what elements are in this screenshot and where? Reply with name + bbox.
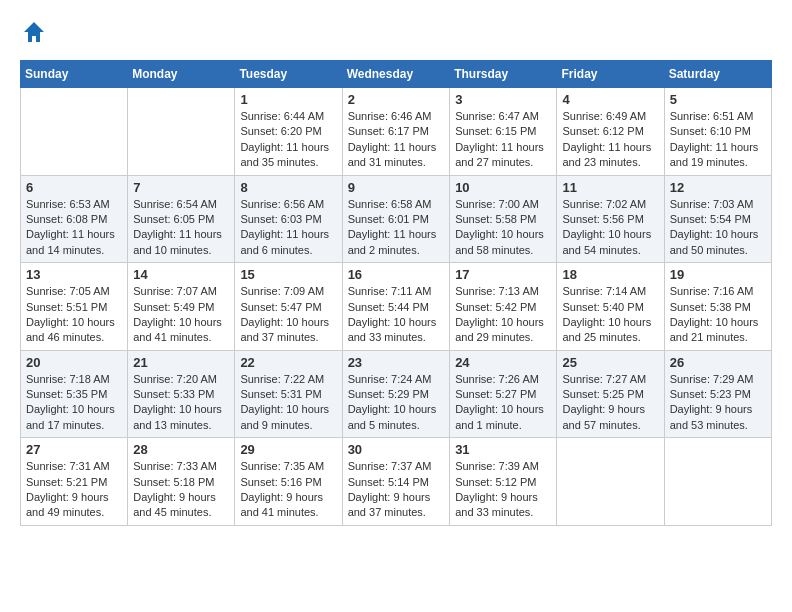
- day-number: 26: [670, 355, 766, 370]
- calendar-cell: 14Sunrise: 7:07 AM Sunset: 5:49 PM Dayli…: [128, 263, 235, 351]
- logo: [20, 20, 46, 44]
- day-info: Sunrise: 7:00 AM Sunset: 5:58 PM Dayligh…: [455, 197, 551, 259]
- calendar-cell: 30Sunrise: 7:37 AM Sunset: 5:14 PM Dayli…: [342, 438, 450, 526]
- day-number: 20: [26, 355, 122, 370]
- day-number: 16: [348, 267, 445, 282]
- calendar-cell: 15Sunrise: 7:09 AM Sunset: 5:47 PM Dayli…: [235, 263, 342, 351]
- day-info: Sunrise: 6:56 AM Sunset: 6:03 PM Dayligh…: [240, 197, 336, 259]
- day-info: Sunrise: 6:54 AM Sunset: 6:05 PM Dayligh…: [133, 197, 229, 259]
- day-info: Sunrise: 7:39 AM Sunset: 5:12 PM Dayligh…: [455, 459, 551, 521]
- day-info: Sunrise: 6:51 AM Sunset: 6:10 PM Dayligh…: [670, 109, 766, 171]
- day-number: 30: [348, 442, 445, 457]
- day-of-week-header: Sunday: [21, 61, 128, 88]
- day-info: Sunrise: 6:49 AM Sunset: 6:12 PM Dayligh…: [562, 109, 658, 171]
- calendar-week-row: 6Sunrise: 6:53 AM Sunset: 6:08 PM Daylig…: [21, 175, 772, 263]
- calendar-cell: [557, 438, 664, 526]
- calendar-cell: 27Sunrise: 7:31 AM Sunset: 5:21 PM Dayli…: [21, 438, 128, 526]
- day-info: Sunrise: 7:24 AM Sunset: 5:29 PM Dayligh…: [348, 372, 445, 434]
- calendar-cell: 2Sunrise: 6:46 AM Sunset: 6:17 PM Daylig…: [342, 88, 450, 176]
- calendar-cell: 26Sunrise: 7:29 AM Sunset: 5:23 PM Dayli…: [664, 350, 771, 438]
- day-info: Sunrise: 7:13 AM Sunset: 5:42 PM Dayligh…: [455, 284, 551, 346]
- day-number: 28: [133, 442, 229, 457]
- day-of-week-header: Monday: [128, 61, 235, 88]
- day-of-week-header: Tuesday: [235, 61, 342, 88]
- calendar-cell: 1Sunrise: 6:44 AM Sunset: 6:20 PM Daylig…: [235, 88, 342, 176]
- calendar-cell: 13Sunrise: 7:05 AM Sunset: 5:51 PM Dayli…: [21, 263, 128, 351]
- day-number: 7: [133, 180, 229, 195]
- day-info: Sunrise: 6:46 AM Sunset: 6:17 PM Dayligh…: [348, 109, 445, 171]
- calendar-cell: 17Sunrise: 7:13 AM Sunset: 5:42 PM Dayli…: [450, 263, 557, 351]
- day-number: 5: [670, 92, 766, 107]
- calendar-cell: 18Sunrise: 7:14 AM Sunset: 5:40 PM Dayli…: [557, 263, 664, 351]
- calendar-cell: 7Sunrise: 6:54 AM Sunset: 6:05 PM Daylig…: [128, 175, 235, 263]
- calendar-cell: 5Sunrise: 6:51 AM Sunset: 6:10 PM Daylig…: [664, 88, 771, 176]
- calendar-cell: 12Sunrise: 7:03 AM Sunset: 5:54 PM Dayli…: [664, 175, 771, 263]
- calendar-week-row: 13Sunrise: 7:05 AM Sunset: 5:51 PM Dayli…: [21, 263, 772, 351]
- day-info: Sunrise: 7:07 AM Sunset: 5:49 PM Dayligh…: [133, 284, 229, 346]
- day-of-week-header: Friday: [557, 61, 664, 88]
- day-number: 10: [455, 180, 551, 195]
- day-number: 23: [348, 355, 445, 370]
- day-number: 13: [26, 267, 122, 282]
- calendar-cell: 23Sunrise: 7:24 AM Sunset: 5:29 PM Dayli…: [342, 350, 450, 438]
- calendar-week-row: 1Sunrise: 6:44 AM Sunset: 6:20 PM Daylig…: [21, 88, 772, 176]
- calendar-cell: 25Sunrise: 7:27 AM Sunset: 5:25 PM Dayli…: [557, 350, 664, 438]
- calendar-cell: 28Sunrise: 7:33 AM Sunset: 5:18 PM Dayli…: [128, 438, 235, 526]
- day-number: 8: [240, 180, 336, 195]
- day-of-week-header: Thursday: [450, 61, 557, 88]
- day-info: Sunrise: 6:53 AM Sunset: 6:08 PM Dayligh…: [26, 197, 122, 259]
- day-info: Sunrise: 7:22 AM Sunset: 5:31 PM Dayligh…: [240, 372, 336, 434]
- day-number: 1: [240, 92, 336, 107]
- calendar-cell: 22Sunrise: 7:22 AM Sunset: 5:31 PM Dayli…: [235, 350, 342, 438]
- calendar-cell: 4Sunrise: 6:49 AM Sunset: 6:12 PM Daylig…: [557, 88, 664, 176]
- day-info: Sunrise: 7:26 AM Sunset: 5:27 PM Dayligh…: [455, 372, 551, 434]
- calendar-cell: [128, 88, 235, 176]
- day-info: Sunrise: 7:20 AM Sunset: 5:33 PM Dayligh…: [133, 372, 229, 434]
- day-number: 22: [240, 355, 336, 370]
- day-number: 29: [240, 442, 336, 457]
- day-info: Sunrise: 7:29 AM Sunset: 5:23 PM Dayligh…: [670, 372, 766, 434]
- day-number: 2: [348, 92, 445, 107]
- day-number: 25: [562, 355, 658, 370]
- day-info: Sunrise: 7:31 AM Sunset: 5:21 PM Dayligh…: [26, 459, 122, 521]
- day-number: 17: [455, 267, 551, 282]
- day-number: 21: [133, 355, 229, 370]
- day-info: Sunrise: 7:27 AM Sunset: 5:25 PM Dayligh…: [562, 372, 658, 434]
- day-number: 24: [455, 355, 551, 370]
- day-number: 6: [26, 180, 122, 195]
- calendar-header-row: SundayMondayTuesdayWednesdayThursdayFrid…: [21, 61, 772, 88]
- day-info: Sunrise: 7:16 AM Sunset: 5:38 PM Dayligh…: [670, 284, 766, 346]
- day-info: Sunrise: 7:35 AM Sunset: 5:16 PM Dayligh…: [240, 459, 336, 521]
- day-number: 19: [670, 267, 766, 282]
- day-number: 12: [670, 180, 766, 195]
- day-info: Sunrise: 6:47 AM Sunset: 6:15 PM Dayligh…: [455, 109, 551, 171]
- day-number: 18: [562, 267, 658, 282]
- day-info: Sunrise: 7:18 AM Sunset: 5:35 PM Dayligh…: [26, 372, 122, 434]
- calendar-week-row: 27Sunrise: 7:31 AM Sunset: 5:21 PM Dayli…: [21, 438, 772, 526]
- day-number: 15: [240, 267, 336, 282]
- day-info: Sunrise: 7:09 AM Sunset: 5:47 PM Dayligh…: [240, 284, 336, 346]
- calendar-table: SundayMondayTuesdayWednesdayThursdayFrid…: [20, 60, 772, 526]
- calendar-week-row: 20Sunrise: 7:18 AM Sunset: 5:35 PM Dayli…: [21, 350, 772, 438]
- calendar-cell: 6Sunrise: 6:53 AM Sunset: 6:08 PM Daylig…: [21, 175, 128, 263]
- day-number: 14: [133, 267, 229, 282]
- calendar-cell: 3Sunrise: 6:47 AM Sunset: 6:15 PM Daylig…: [450, 88, 557, 176]
- day-number: 27: [26, 442, 122, 457]
- calendar-cell: 21Sunrise: 7:20 AM Sunset: 5:33 PM Dayli…: [128, 350, 235, 438]
- calendar-cell: 31Sunrise: 7:39 AM Sunset: 5:12 PM Dayli…: [450, 438, 557, 526]
- calendar-cell: 16Sunrise: 7:11 AM Sunset: 5:44 PM Dayli…: [342, 263, 450, 351]
- day-info: Sunrise: 6:44 AM Sunset: 6:20 PM Dayligh…: [240, 109, 336, 171]
- calendar-cell: 19Sunrise: 7:16 AM Sunset: 5:38 PM Dayli…: [664, 263, 771, 351]
- day-number: 4: [562, 92, 658, 107]
- calendar-cell: 24Sunrise: 7:26 AM Sunset: 5:27 PM Dayli…: [450, 350, 557, 438]
- day-number: 31: [455, 442, 551, 457]
- calendar-cell: [664, 438, 771, 526]
- calendar-cell: 8Sunrise: 6:56 AM Sunset: 6:03 PM Daylig…: [235, 175, 342, 263]
- day-number: 11: [562, 180, 658, 195]
- day-info: Sunrise: 7:14 AM Sunset: 5:40 PM Dayligh…: [562, 284, 658, 346]
- day-of-week-header: Saturday: [664, 61, 771, 88]
- day-number: 3: [455, 92, 551, 107]
- calendar-cell: 10Sunrise: 7:00 AM Sunset: 5:58 PM Dayli…: [450, 175, 557, 263]
- day-info: Sunrise: 7:37 AM Sunset: 5:14 PM Dayligh…: [348, 459, 445, 521]
- calendar-cell: 29Sunrise: 7:35 AM Sunset: 5:16 PM Dayli…: [235, 438, 342, 526]
